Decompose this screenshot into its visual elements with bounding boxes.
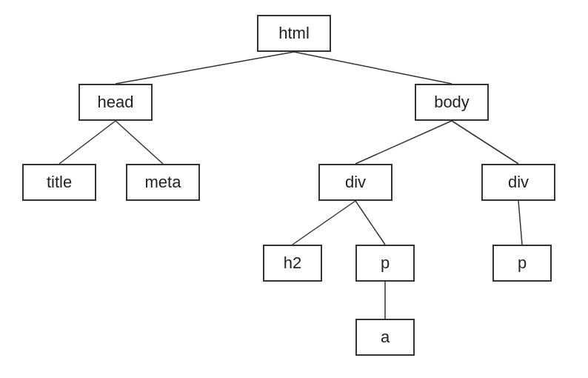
node-a: a [355,319,415,356]
svg-line-2 [59,121,116,164]
svg-line-8 [518,201,522,245]
node-html: html [257,15,331,52]
node-meta: meta [126,164,200,201]
svg-line-5 [452,121,518,164]
node-head: head [78,84,153,121]
node-p2: p [492,245,552,282]
node-body: body [415,84,489,121]
svg-line-3 [116,121,163,164]
svg-line-7 [355,201,385,245]
svg-line-6 [293,201,355,245]
tree-diagram: htmlheadbodytitlemetadivdivh2ppa [0,0,588,378]
node-p1: p [355,245,415,282]
node-h2: h2 [263,245,322,282]
svg-line-1 [294,52,452,84]
svg-line-4 [355,121,452,164]
node-title: title [22,164,96,201]
node-div2: div [481,164,555,201]
node-div1: div [318,164,392,201]
svg-line-0 [116,52,294,84]
